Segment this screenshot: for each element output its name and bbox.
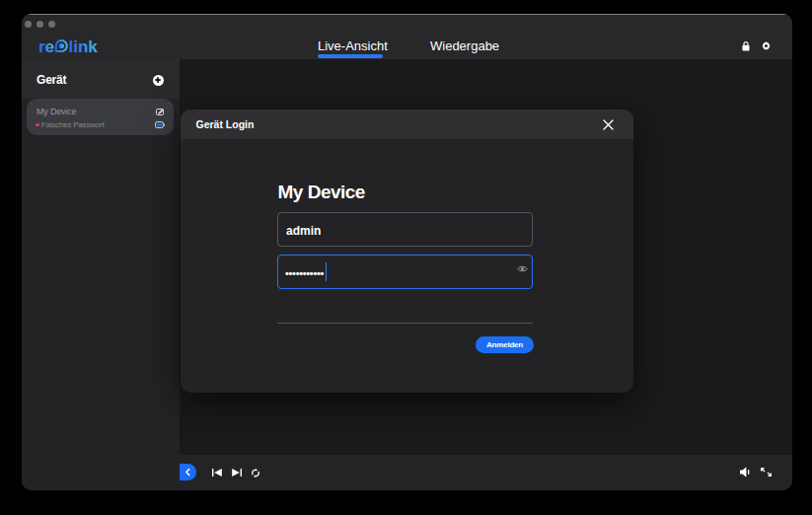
svg-text:link: link	[69, 37, 99, 55]
svg-text:re: re	[38, 37, 54, 55]
